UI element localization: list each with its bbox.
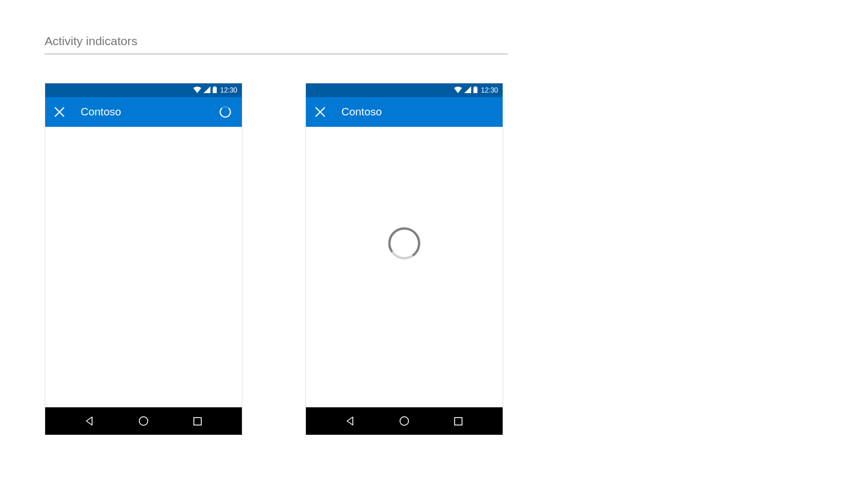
close-icon bbox=[54, 107, 65, 117]
content-area bbox=[45, 127, 242, 407]
recent-apps-button[interactable] bbox=[447, 410, 470, 432]
wifi-icon bbox=[193, 85, 201, 95]
svg-rect-9 bbox=[475, 86, 476, 87]
home-button[interactable] bbox=[393, 410, 416, 432]
svg-rect-0 bbox=[213, 87, 217, 94]
cellular-icon bbox=[204, 85, 210, 95]
status-time: 12:30 bbox=[220, 86, 237, 94]
back-icon bbox=[345, 416, 355, 426]
status-bar: 12:30 bbox=[306, 83, 503, 97]
recent-icon bbox=[193, 417, 202, 426]
home-icon bbox=[138, 416, 149, 426]
wifi-icon bbox=[454, 85, 462, 95]
battery-icon bbox=[213, 85, 217, 95]
home-button[interactable] bbox=[132, 410, 155, 432]
recent-apps-button[interactable] bbox=[186, 410, 209, 432]
svg-rect-1 bbox=[214, 86, 216, 87]
center-activity-indicator bbox=[387, 226, 421, 263]
svg-rect-15 bbox=[455, 418, 462, 425]
back-button[interactable] bbox=[339, 410, 361, 432]
back-icon bbox=[85, 416, 94, 426]
page-title: Activity indicators bbox=[45, 34, 508, 54]
navigation-bar bbox=[306, 407, 503, 435]
spinner-icon bbox=[387, 226, 421, 260]
svg-point-5 bbox=[219, 106, 232, 118]
status-time: 12:30 bbox=[481, 86, 498, 94]
navigation-bar bbox=[45, 407, 242, 435]
recent-icon bbox=[454, 417, 463, 426]
status-bar: 12:30 bbox=[45, 83, 242, 97]
back-button[interactable] bbox=[78, 410, 101, 432]
content-area bbox=[306, 127, 503, 407]
app-bar: Contoso bbox=[306, 97, 503, 127]
appbar-activity-indicator bbox=[219, 106, 232, 118]
app-title: Contoso bbox=[341, 106, 493, 118]
svg-point-14 bbox=[400, 417, 408, 426]
phone-mockup-2: 12:30 Contoso bbox=[305, 83, 503, 435]
close-icon bbox=[315, 107, 325, 117]
spinner-icon bbox=[219, 106, 232, 118]
battery-icon bbox=[473, 85, 477, 95]
app-title: Contoso bbox=[81, 106, 203, 118]
close-button[interactable] bbox=[54, 107, 65, 117]
svg-point-6 bbox=[139, 417, 148, 426]
phones-container: 12:30 Contoso bbox=[45, 83, 823, 435]
close-button[interactable] bbox=[315, 107, 325, 117]
svg-rect-7 bbox=[194, 418, 201, 425]
app-bar: Contoso bbox=[45, 97, 242, 127]
cellular-icon bbox=[464, 85, 471, 95]
svg-rect-8 bbox=[473, 87, 477, 94]
phone-mockup-1: 12:30 Contoso bbox=[45, 83, 242, 435]
home-icon bbox=[399, 416, 409, 426]
svg-point-13 bbox=[387, 226, 421, 260]
